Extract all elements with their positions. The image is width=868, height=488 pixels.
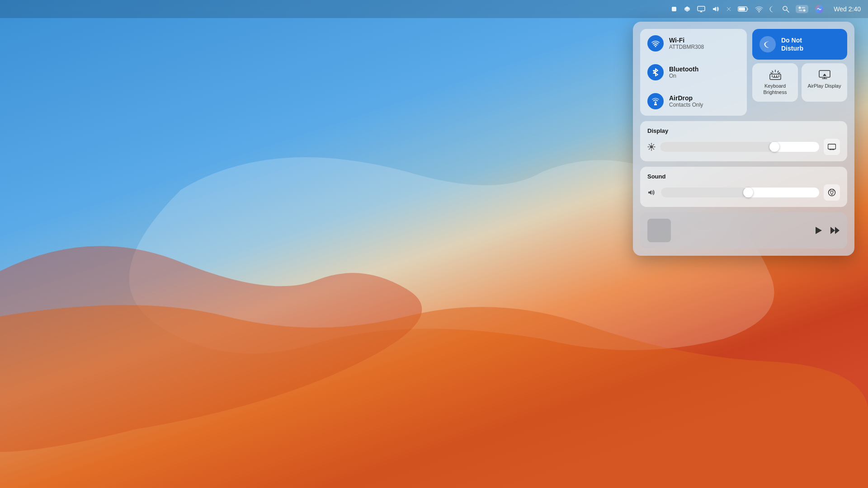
bluetooth-subtitle: On: [669, 73, 698, 79]
top-tiles: Wi-Fi ATTDBMR308 Bluetooth On: [640, 29, 847, 116]
svg-marker-48: [816, 227, 822, 234]
keyboard-brightness-label: Keyboard Brightness: [758, 83, 793, 95]
display-section-title: Display: [647, 127, 840, 134]
svg-line-29: [778, 73, 780, 73]
now-playing-controls: [815, 226, 840, 235]
do-not-disturb-tile[interactable]: Do Not Disturb: [752, 29, 847, 60]
display-section: Display: [640, 121, 847, 161]
bluetooth-tile-icon: [647, 64, 664, 80]
sound-slider-track[interactable]: [661, 188, 819, 197]
do-not-disturb-menubar-icon[interactable]: [769, 5, 776, 13]
display-action-button[interactable]: [824, 139, 840, 155]
svg-point-9: [759, 11, 760, 13]
svg-rect-1: [672, 7, 676, 11]
right-tiles-group: Do Not Disturb: [752, 29, 847, 116]
wifi-subtitle: ATTDBMR308: [669, 44, 704, 50]
svg-rect-15: [799, 10, 802, 11]
sound-slider-row: [647, 184, 840, 201]
airdrop-title: AirDrop: [669, 94, 703, 102]
sound-section: Sound: [640, 167, 847, 207]
airdrop-tile-text: AirDrop Contacts Only: [669, 94, 703, 108]
control-center-icon[interactable]: [796, 5, 808, 13]
album-art: [647, 219, 671, 242]
skip-forward-button[interactable]: [830, 226, 840, 235]
sound-action-button[interactable]: [824, 184, 840, 201]
svg-point-12: [799, 7, 801, 9]
airplay-display-icon: [818, 70, 831, 80]
control-center-panel: Wi-Fi ATTDBMR308 Bluetooth On: [633, 22, 854, 256]
sound-section-title: Sound: [647, 173, 840, 180]
battery-icon[interactable]: [738, 6, 749, 12]
svg-point-34: [650, 145, 653, 149]
airplay-display-label: AirPlay Display: [808, 83, 841, 89]
dropbox-icon[interactable]: [684, 5, 691, 13]
svg-line-40: [653, 149, 654, 150]
airdrop-subtitle: Contacts Only: [669, 102, 703, 108]
display-slider-track[interactable]: [660, 142, 819, 152]
left-tiles-group: Wi-Fi ATTDBMR308 Bluetooth On: [640, 29, 747, 116]
airplay-display-tile[interactable]: AirPlay Display: [802, 63, 847, 101]
svg-rect-8: [739, 8, 745, 11]
volume-icon[interactable]: [712, 6, 720, 12]
airdrop-tile[interactable]: AirDrop Contacts Only: [642, 89, 745, 114]
svg-line-11: [787, 10, 789, 12]
svg-point-18: [655, 102, 656, 103]
svg-line-39: [649, 145, 650, 145]
svg-line-28: [771, 73, 772, 73]
airdrop-tile-icon: [647, 93, 664, 109]
play-button[interactable]: [815, 226, 823, 235]
menubar: Wed 2:40: [0, 0, 868, 18]
svg-line-42: [649, 149, 650, 150]
bluetooth-icon[interactable]: [726, 5, 731, 13]
keyboard-brightness-icon: [769, 70, 782, 80]
svg-rect-13: [802, 7, 805, 9]
display-brightness-icon: [647, 143, 656, 151]
wifi-icon[interactable]: [755, 6, 763, 12]
keyboard-brightness-tile[interactable]: Keyboard Brightness: [752, 63, 798, 101]
sound-volume-icon: [647, 189, 656, 196]
wifi-tile-text: Wi-Fi ATTDBMR308: [669, 37, 704, 50]
stop-recording-icon[interactable]: [671, 6, 677, 12]
svg-marker-33: [823, 74, 826, 76]
svg-rect-43: [828, 144, 836, 149]
siri-icon[interactable]: [815, 5, 824, 14]
bluetooth-title: Bluetooth: [669, 66, 698, 73]
bluetooth-tile-text: Bluetooth On: [669, 66, 698, 79]
wifi-tile-icon: [647, 35, 664, 52]
svg-line-26: [772, 71, 773, 72]
bottom-right-tiles: Keyboard Brightness AirPlay Display: [752, 63, 847, 101]
airplay-mirror-icon[interactable]: [697, 6, 705, 12]
spotlight-icon[interactable]: [782, 5, 789, 13]
svg-rect-5: [698, 6, 705, 11]
dnd-icon: [760, 36, 776, 52]
now-playing-section: [640, 212, 847, 249]
svg-marker-49: [830, 227, 835, 234]
wifi-tile[interactable]: Wi-Fi ATTDBMR308: [642, 31, 745, 56]
display-slider-row: [647, 139, 840, 155]
menubar-icons: Wed 2:40: [671, 5, 861, 14]
svg-marker-50: [835, 227, 840, 234]
svg-point-14: [803, 9, 806, 12]
dnd-text: Do Not Disturb: [781, 36, 803, 52]
svg-line-27: [778, 71, 778, 72]
svg-line-41: [653, 145, 654, 145]
menubar-time: Wed 2:40: [834, 5, 861, 13]
bluetooth-tile[interactable]: Bluetooth On: [642, 60, 745, 85]
svg-point-17: [655, 46, 656, 47]
wifi-title: Wi-Fi: [669, 37, 704, 44]
